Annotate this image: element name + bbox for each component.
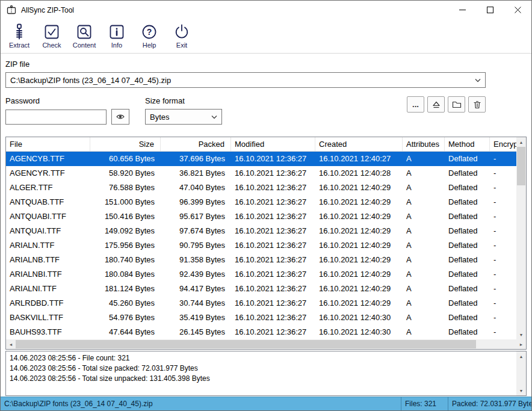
table-row[interactable]: AGENCYR.TTF58.920 Bytes36.821 Bytes16.10…	[6, 166, 516, 181]
cell-file: AGENCYR.TTF	[6, 166, 90, 181]
file-table-header: FileSizePackedModifiedCreatedAttributesM…	[6, 137, 516, 152]
magnifier-document-icon	[75, 23, 93, 41]
cell-modified: 16.10.2021 12:36:27	[231, 238, 315, 253]
cell-attributes: A	[403, 209, 445, 224]
cell-method: Deflated	[445, 181, 490, 195]
password-input[interactable]	[5, 110, 107, 125]
toolbar-label: Help	[143, 42, 156, 49]
scroll-down-icon[interactable]: ▼	[516, 330, 526, 339]
cell-encrypt: -	[490, 238, 516, 253]
cell-attributes: A	[403, 325, 445, 339]
table-row[interactable]: ANTQUAB.TTF151.000 Bytes96.399 Bytes16.1…	[6, 195, 516, 209]
cell-packed: 91.358 Bytes	[161, 253, 231, 267]
delete-button[interactable]	[468, 96, 486, 113]
vertical-scroll-track[interactable]	[516, 147, 526, 330]
size-format-select[interactable]: Bytes	[145, 109, 222, 125]
content-button[interactable]: Content	[70, 22, 98, 53]
cell-encrypt: -	[490, 152, 516, 166]
column-header-attributes[interactable]: Attributes	[403, 137, 445, 151]
extract-button[interactable]: Extract	[5, 22, 33, 53]
minimize-button[interactable]	[448, 1, 476, 19]
status-packed-size: Packed: 72.031.977 Bytes	[448, 397, 531, 410]
table-row[interactable]: ARIALN.TTF175.956 Bytes90.795 Bytes16.10…	[6, 238, 516, 253]
column-header-file[interactable]: File	[6, 137, 90, 151]
cell-encrypt: -	[490, 253, 516, 267]
toolbar-label: Exit	[176, 42, 187, 49]
log-scrollbar[interactable]: ▲ ▼	[516, 351, 526, 395]
column-header-created[interactable]: Created	[315, 137, 403, 151]
help-button[interactable]: ? Help	[135, 22, 163, 53]
cell-created: 16.10.2021 12:40:29	[315, 296, 403, 311]
table-row[interactable]: AGENCYB.TTF60.656 Bytes37.696 Bytes16.10…	[6, 152, 516, 166]
toolbar: Extract Check Content	[1, 19, 531, 54]
column-header-method[interactable]: Method	[445, 137, 490, 151]
open-folder-button[interactable]	[448, 96, 465, 113]
trash-icon	[472, 100, 482, 110]
cell-size: 58.920 Bytes	[90, 166, 161, 181]
scroll-up-icon[interactable]: ▲	[516, 137, 526, 147]
cell-size: 180.084 Bytes	[90, 267, 161, 282]
horizontal-scrollbar[interactable]: ◄ ►	[6, 339, 526, 349]
cell-created: 16.10.2021 12:40:29	[315, 224, 403, 238]
cell-size: 175.956 Bytes	[90, 238, 161, 253]
log-text: 14.06.2023 08:25:56 - File count: 32114.…	[6, 351, 516, 386]
show-password-button[interactable]	[111, 109, 129, 125]
table-row[interactable]: ARIALNBI.TTF180.084 Bytes92.439 Bytes16.…	[6, 267, 516, 282]
checkmark-icon	[43, 23, 61, 41]
column-header-modified[interactable]: Modified	[231, 137, 315, 151]
cell-method: Deflated	[445, 311, 490, 325]
title-bar[interactable]: AllSync ZIP-Tool	[1, 1, 531, 19]
scroll-right-icon[interactable]: ►	[516, 339, 526, 349]
question-mark-icon: ?	[140, 23, 158, 41]
cell-modified: 16.10.2021 12:36:27	[231, 282, 315, 296]
toolbar-label: Extract	[9, 42, 29, 49]
status-path: C:\Backup\ZIP fonts (23_06_14 07_40_45).…	[1, 397, 401, 410]
table-row[interactable]: ALGER.TTF76.588 Bytes47.040 Bytes16.10.2…	[6, 181, 516, 195]
horizontal-scroll-track[interactable]	[16, 339, 516, 349]
cell-packed: 35.419 Bytes	[161, 311, 231, 325]
column-header-encrypt[interactable]: Encrypt	[490, 137, 516, 151]
cell-attributes: A	[403, 267, 445, 282]
table-row[interactable]: BAUHS93.TTF47.644 Bytes26.145 Bytes16.10…	[6, 325, 516, 339]
cell-size: 45.260 Bytes	[90, 296, 161, 311]
cell-created: 16.10.2021 12:40:29	[315, 253, 403, 267]
chevron-down-icon	[211, 115, 217, 119]
exit-button[interactable]: Exit	[168, 22, 196, 53]
browse-button[interactable]: ...	[407, 96, 424, 113]
table-row[interactable]: ANTQUAI.TTF149.092 Bytes97.674 Bytes16.1…	[6, 224, 516, 238]
log-line: 14.06.2023 08:25:56 - Total size unpacke…	[10, 374, 513, 384]
scroll-up-icon[interactable]: ▲	[516, 351, 526, 361]
size-format-value: Bytes	[150, 113, 170, 122]
close-button[interactable]	[504, 1, 531, 19]
status-file-count: Files: 321	[401, 397, 448, 410]
horizontal-scroll-thumb[interactable]	[16, 340, 476, 348]
vertical-scroll-thumb[interactable]	[517, 147, 525, 185]
cell-size: 150.416 Bytes	[90, 209, 161, 224]
scroll-left-icon[interactable]: ◄	[6, 339, 16, 349]
table-row[interactable]: ARIALNI.TTF181.124 Bytes94.417 Bytes16.1…	[6, 282, 516, 296]
cell-packed: 26.145 Bytes	[161, 325, 231, 339]
cell-attributes: A	[403, 166, 445, 181]
cell-encrypt: -	[490, 166, 516, 181]
table-row[interactable]: ARIALNB.TTF180.740 Bytes91.358 Bytes16.1…	[6, 253, 516, 267]
column-header-packed[interactable]: Packed	[161, 137, 231, 151]
check-button[interactable]: Check	[38, 22, 66, 53]
table-row[interactable]: ARLRDBD.TTF45.260 Bytes30.744 Bytes16.10…	[6, 296, 516, 311]
log-area[interactable]: 14.06.2023 08:25:56 - File count: 32114.…	[5, 351, 527, 396]
scroll-down-icon[interactable]: ▼	[516, 386, 526, 395]
maximize-button[interactable]	[476, 1, 504, 19]
vertical-scrollbar[interactable]: ▲ ▼	[516, 137, 526, 339]
main-content: ZIP file C:\Backup\ZIP fonts (23_06_14 0…	[1, 54, 531, 397]
open-archive-button[interactable]	[427, 96, 445, 113]
cell-file: BASKVILL.TTF	[6, 311, 90, 325]
cell-method: Deflated	[445, 238, 490, 253]
zip-file-value: C:\Backup\ZIP fonts (23_06_14 07_40_45).…	[10, 76, 171, 85]
cell-file: ARLRDBD.TTF	[6, 296, 90, 311]
cell-packed: 30.744 Bytes	[161, 296, 231, 311]
column-header-size[interactable]: Size	[90, 137, 161, 151]
zip-file-combobox[interactable]: C:\Backup\ZIP fonts (23_06_14 07_40_45).…	[5, 72, 486, 88]
table-row[interactable]: BASKVILL.TTF54.976 Bytes35.419 Bytes16.1…	[6, 311, 516, 325]
toolbar-label: Content	[73, 42, 96, 49]
table-row[interactable]: ANTQUABI.TTF150.416 Bytes95.617 Bytes16.…	[6, 209, 516, 224]
info-button[interactable]: Info	[103, 22, 131, 53]
